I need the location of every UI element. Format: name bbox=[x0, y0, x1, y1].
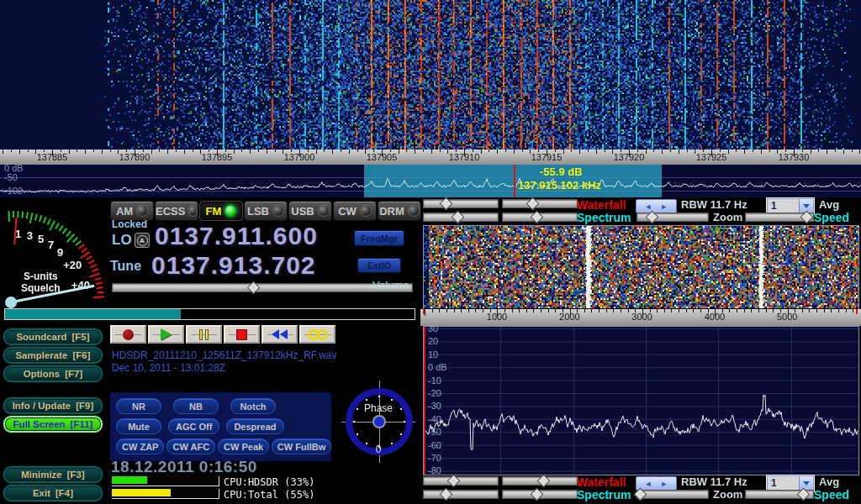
band-arrows-button-2[interactable]: ◄► bbox=[636, 476, 677, 491]
tune-frequency-value[interactable]: 0137.913.702 bbox=[151, 251, 316, 280]
speed-slider-2[interactable] bbox=[745, 490, 814, 499]
loop-button[interactable] bbox=[299, 325, 335, 344]
waterfall-brightness-slider-2[interactable] bbox=[502, 476, 578, 486]
waterfall-brightness-slider-thumb-2[interactable] bbox=[537, 475, 551, 488]
mode-label: ECSS bbox=[156, 205, 185, 218]
options-button[interactable]: Options[F7] bbox=[3, 365, 103, 382]
volume-slider[interactable] bbox=[112, 283, 413, 292]
zoom-label-2: Zoom bbox=[713, 488, 742, 501]
exit-button[interactable]: Exit[F4] bbox=[3, 485, 103, 501]
dsp-button-nb[interactable]: NB bbox=[173, 398, 219, 414]
mode-label: FM bbox=[206, 205, 222, 218]
samplerate-button[interactable]: Samplerate[F6] bbox=[3, 347, 103, 364]
play-button[interactable] bbox=[148, 325, 184, 344]
zoom-scale-label: 4000 bbox=[705, 312, 725, 322]
record-button[interactable] bbox=[110, 325, 146, 344]
mode-button-ecss[interactable]: ECSS bbox=[155, 201, 198, 221]
soundcard-button[interactable]: Soundcard[F5] bbox=[3, 328, 103, 345]
dsp-button-mute[interactable]: Mute bbox=[116, 418, 161, 434]
main-scale-label: 137920 bbox=[614, 152, 645, 162]
extio-button[interactable]: ExtIO bbox=[357, 258, 401, 273]
speed-slider-thumb[interactable] bbox=[800, 211, 814, 224]
waterfall-contrast-slider-thumb-2[interactable] bbox=[447, 475, 461, 488]
mode-led-icon bbox=[272, 205, 284, 217]
cpu-hdsdr-label: CPU:HDSDR (33%) bbox=[224, 476, 314, 488]
exit-fkey: [F4] bbox=[55, 488, 73, 498]
phase-label: Phase bbox=[341, 402, 415, 414]
tune-label: Tune bbox=[110, 259, 141, 274]
dsp-button-cw-fullbw[interactable]: CW FullBw bbox=[272, 438, 331, 454]
main-frequency-scale[interactable]: 1378851378901378951379001379051379101379… bbox=[0, 150, 861, 165]
info-update-button[interactable]: Info / Update[F9] bbox=[3, 397, 103, 414]
mode-button-lsb[interactable]: LSB bbox=[244, 201, 288, 221]
mode-led-icon bbox=[188, 205, 198, 217]
info-update-fkey: [F9] bbox=[76, 401, 93, 411]
waterfall-contrast-slider-2[interactable] bbox=[423, 476, 499, 486]
dsp-button-notch[interactable]: Notch bbox=[230, 398, 276, 414]
chevron-down-icon-2[interactable] bbox=[799, 476, 813, 491]
mode-button-cw[interactable]: CW bbox=[333, 201, 377, 221]
spectrum-brightness-slider-thumb-2[interactable] bbox=[530, 488, 543, 501]
main-scale-label: 137910 bbox=[449, 152, 480, 162]
arrow-right-icon-2[interactable]: ► bbox=[661, 480, 668, 488]
date-time-display: 18.12.2011 0:16:50 bbox=[111, 458, 257, 476]
zoom-spectrum-db-label: -70 bbox=[428, 453, 441, 463]
mode-button-usb[interactable]: USB bbox=[288, 201, 332, 221]
arrow-right-icon[interactable]: ► bbox=[661, 202, 668, 211]
zoom-waterfall-display[interactable] bbox=[424, 226, 858, 308]
spectrum-contrast-slider-thumb[interactable] bbox=[451, 211, 464, 224]
spectrum-brightness-slider-thumb[interactable] bbox=[530, 211, 543, 224]
lo-frequency-value[interactable]: 0137.911.600 bbox=[155, 222, 318, 250]
spectrum-contrast-slider-thumb-2[interactable] bbox=[440, 488, 453, 501]
mode-button-fm[interactable]: FM bbox=[199, 201, 243, 221]
dsp-button-agc-off[interactable]: AGC Off bbox=[168, 418, 219, 434]
dsp-button-cw-zap[interactable]: CW ZAP bbox=[116, 438, 164, 454]
dsp-button-cw-afc[interactable]: CW AFC bbox=[166, 438, 215, 454]
waterfall-contrast-slider-thumb[interactable] bbox=[440, 197, 453, 211]
pause-button[interactable] bbox=[186, 325, 222, 344]
tuning-marker-readout: -55.9 dB 137.915.102 kHz bbox=[518, 165, 601, 192]
rewind-button[interactable] bbox=[261, 325, 298, 344]
strip-db-label: -50 bbox=[4, 172, 18, 182]
dsp-button-nr[interactable]: NR bbox=[116, 398, 161, 414]
full-screen-button[interactable]: Full Screen[F11] bbox=[3, 416, 103, 433]
loop-icon bbox=[308, 329, 328, 340]
exit-label: Exit bbox=[33, 488, 50, 498]
mode-led-icon bbox=[318, 205, 330, 217]
speed-slider-thumb-2[interactable] bbox=[797, 488, 811, 501]
main-scale-label: 137905 bbox=[367, 152, 398, 162]
waterfall-brightness-slider-thumb[interactable] bbox=[526, 197, 540, 211]
hdsdr-window: 1378851378901378951379001379051379101379… bbox=[0, 0, 861, 504]
freqmgr-button[interactable]: FreqMgr bbox=[354, 230, 404, 246]
playback-position-bar[interactable] bbox=[4, 308, 415, 320]
spectrum-brightness-slider-2[interactable] bbox=[502, 490, 578, 499]
spectrum-contrast-slider-2[interactable] bbox=[423, 490, 499, 499]
waterfall-contrast-slider[interactable] bbox=[423, 199, 499, 208]
band-arrows-button[interactable]: ◄► bbox=[636, 199, 677, 213]
full-screen-label: Full Screen bbox=[13, 419, 66, 429]
zoom-slider-thumb[interactable] bbox=[646, 211, 659, 224]
dsp-button-cw-peak[interactable]: CW Peak bbox=[218, 438, 269, 454]
zoom-spectrum-display[interactable] bbox=[424, 327, 858, 475]
stop-button[interactable] bbox=[224, 325, 260, 344]
minimize-button[interactable]: Minimize[F3] bbox=[3, 466, 103, 483]
spectrum-brightness-slider[interactable] bbox=[502, 213, 578, 222]
spectrum-contrast-slider[interactable] bbox=[423, 213, 499, 222]
waterfall-label-2: Waterfall bbox=[577, 475, 626, 489]
lo-label: LO bbox=[112, 232, 132, 249]
arrow-left-icon[interactable]: ◄ bbox=[645, 202, 652, 211]
main-scale-label: 137930 bbox=[779, 152, 810, 162]
zoom-slider-2[interactable] bbox=[637, 490, 709, 499]
zoom-slider[interactable] bbox=[637, 213, 709, 222]
extio-label: ExtIO bbox=[367, 260, 392, 270]
main-waterfall-display[interactable] bbox=[0, 0, 861, 150]
mode-button-drm[interactable]: DRM bbox=[378, 201, 421, 221]
zoom-frequency-scale[interactable]: 10002000300040005000 bbox=[420, 309, 861, 326]
arrow-left-icon-2[interactable]: ◄ bbox=[645, 480, 652, 488]
waterfall-brightness-slider[interactable] bbox=[502, 199, 578, 208]
dsp-button-despread[interactable]: Despread bbox=[226, 418, 283, 434]
lo-auto-button[interactable]: A bbox=[135, 233, 150, 248]
volume-slider-thumb[interactable] bbox=[247, 281, 261, 295]
main-spectrum-strip[interactable]: 0 dB-50-100 bbox=[0, 165, 861, 197]
speed-slider[interactable] bbox=[745, 213, 814, 222]
